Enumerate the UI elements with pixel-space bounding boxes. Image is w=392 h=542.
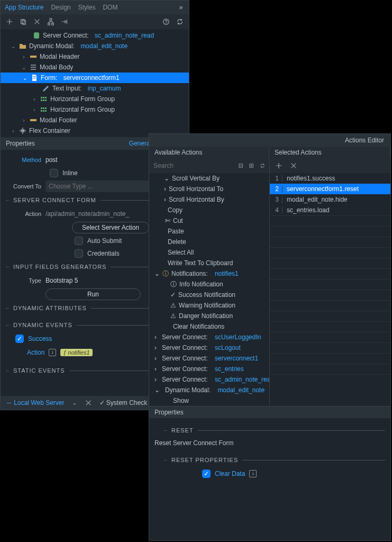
bar-icon	[29, 116, 38, 124]
svg-rect-11	[45, 97, 47, 98]
sitemap-icon[interactable]	[47, 18, 54, 25]
check-icon: ✓	[170, 291, 176, 299]
chevron-right-icon[interactable]: »	[177, 4, 185, 11]
chevron-down-icon[interactable]: ⌄	[22, 75, 28, 81]
search-input[interactable]	[153, 162, 233, 169]
action-clear-notifications[interactable]: Clear Notifications	[149, 321, 269, 332]
run-button[interactable]: Run	[45, 288, 141, 300]
tree-modal-header[interactable]: › Modal Header	[1, 51, 189, 62]
tab-dom[interactable]: DOM	[103, 4, 117, 11]
success-checkbox[interactable]: ✓	[15, 335, 24, 343]
plus-icon[interactable]	[6, 18, 13, 25]
tree-label: Modal Body	[40, 64, 73, 71]
svg-rect-3	[48, 23, 50, 25]
tree-text-input[interactable]: Text Input: inp_carnum	[1, 83, 189, 94]
success-label: Success	[28, 335, 52, 342]
action-scroll-h-by[interactable]: ›Scroll Horizontal By	[149, 194, 269, 205]
tree-modal-body[interactable]: ⌄ Modal Body	[1, 62, 189, 73]
svg-rect-19	[43, 110, 44, 112]
system-check[interactable]: ✓ System Check	[99, 399, 148, 406]
action-cut[interactable]: ✄Cut	[149, 215, 269, 226]
convert-label: Convert To	[6, 183, 45, 189]
selected-row[interactable]: 4sc_entries.load	[270, 205, 390, 215]
chevron-right-icon[interactable]: ›	[31, 96, 38, 102]
action-show[interactable]: Show	[149, 395, 269, 406]
chevron-down-icon[interactable]: ⌄	[72, 399, 77, 406]
svg-rect-20	[45, 110, 47, 112]
action-success-notification[interactable]: ✓Success Notification	[149, 290, 269, 300]
action-delete[interactable]: Delete	[149, 237, 269, 247]
close-icon[interactable]	[85, 399, 92, 406]
tab-design[interactable]: Design	[51, 4, 70, 11]
selected-row[interactable]: 3modal_edit_note.hide	[270, 194, 390, 205]
chevron-down-icon[interactable]: ⌄	[21, 65, 27, 70]
action-scroll-v-by[interactable]: ⌄Scroll Vertical By	[149, 173, 269, 184]
tree-footer[interactable]: › Modal Footer	[1, 115, 189, 125]
info-icon: ⓘ	[170, 280, 177, 289]
server-indicator[interactable]: ⸺ Local Web Server	[6, 399, 65, 406]
inline-checkbox[interactable]	[50, 169, 58, 177]
selected-actions-column: 1notifies1.success 2serverconnectform1.r…	[270, 158, 390, 406]
expand-icon[interactable]	[249, 162, 254, 169]
chevron-down-icon[interactable]: ⌄	[10, 43, 16, 49]
action-select-all[interactable]: Select All	[149, 247, 269, 258]
tree-label: Text Input:	[52, 85, 81, 92]
folder-icon	[19, 42, 27, 50]
chevron-right-icon[interactable]: ›	[31, 107, 38, 113]
action-danger-notification[interactable]: ⚠Danger Notification	[149, 311, 269, 321]
panel-tabs: App Structure Design Styles DOM »	[1, 1, 189, 14]
action-badge[interactable]: ƒ notifies1	[60, 349, 92, 356]
credentials-label: Credentials	[87, 250, 120, 257]
action-sc1[interactable]: ›Server Connect: serverconnect1	[149, 353, 269, 364]
info-icon[interactable]: i	[249, 470, 257, 477]
action-copy[interactable]: Copy	[149, 205, 269, 215]
action-dynamic-modal[interactable]: ⌄Dynamic Modal: modal_edit_note	[149, 385, 269, 395]
tree-hfg[interactable]: › Horizontal Form Group	[1, 94, 189, 104]
svg-rect-8	[30, 56, 37, 58]
collapse-icon[interactable]	[238, 162, 243, 169]
copy-icon[interactable]	[20, 18, 27, 25]
search-bar	[149, 158, 269, 173]
plus-icon[interactable]	[275, 162, 282, 169]
action-sc-logout[interactable]: ›Server Connect: scLogout	[149, 342, 269, 353]
clear-data-row[interactable]: ✓ Clear Data i	[149, 467, 390, 481]
auto-submit-checkbox[interactable]	[75, 237, 83, 245]
help-icon[interactable]	[162, 18, 170, 25]
action-sc-entries[interactable]: ›Server Connect: sc_entries	[149, 364, 269, 374]
action-sc-admin[interactable]: ›Server Connect: sc_admin_note_read	[149, 374, 269, 385]
tree-modal[interactable]: ⌄ Dynamic Modal: modal_edit_note	[1, 41, 189, 51]
action-info-notification[interactable]: ⓘInfo Notification	[149, 279, 269, 290]
close-icon[interactable]	[290, 162, 297, 169]
tree-server-connect[interactable]: Server Connect: sc_admin_note_read	[1, 30, 189, 41]
selected-row[interactable]: 2serverconnectform1.reset	[270, 184, 390, 194]
close-icon[interactable]	[33, 18, 41, 25]
tree-label: Modal Header	[40, 53, 79, 60]
chevron-right-icon[interactable]: ›	[10, 128, 16, 134]
refresh-icon[interactable]	[260, 162, 265, 169]
chevron-right-icon[interactable]: ›	[21, 54, 27, 60]
select-server-button[interactable]: Select Server Action	[72, 222, 149, 233]
chevron-right-icon[interactable]: ›	[21, 118, 27, 123]
bar-icon	[29, 52, 38, 61]
tree-hfg[interactable]: › Horizontal Form Group	[1, 104, 189, 115]
refresh-icon[interactable]	[176, 18, 184, 25]
tab-styles[interactable]: Styles	[78, 4, 96, 11]
action-notifications[interactable]: ⌄ⓘNotifications: notifies1	[149, 268, 269, 279]
svg-rect-21	[30, 119, 37, 121]
action-write-clipboard[interactable]: Write Text To Clipboard	[149, 258, 269, 268]
action-sc-user[interactable]: ›Server Connect: scUserLoggedIn	[149, 332, 269, 342]
action-scroll-h-to[interactable]: ›Scroll Horizontal To	[149, 184, 269, 194]
info-icon[interactable]: i	[49, 349, 56, 356]
clear-data-checkbox[interactable]: ✓	[202, 469, 211, 478]
tab-app-structure[interactable]: App Structure	[5, 4, 43, 11]
right-properties-panel: Properties RESET Reset Server Connect Fo…	[149, 406, 390, 486]
selected-row[interactable]: 1notifies1.success	[270, 173, 390, 184]
svg-rect-13	[43, 100, 44, 101]
export-icon[interactable]	[61, 18, 68, 25]
tab-general[interactable]: General	[129, 140, 152, 147]
action-warning-notification[interactable]: ⚠Warning Notification	[149, 300, 269, 311]
available-actions-column: ⌄Scroll Vertical By ›Scroll Horizontal T…	[149, 158, 270, 406]
tree-form[interactable]: ⌄ Form: serverconnectform1	[1, 73, 189, 83]
credentials-checkbox[interactable]	[75, 249, 83, 258]
action-paste[interactable]: Paste	[149, 226, 269, 237]
